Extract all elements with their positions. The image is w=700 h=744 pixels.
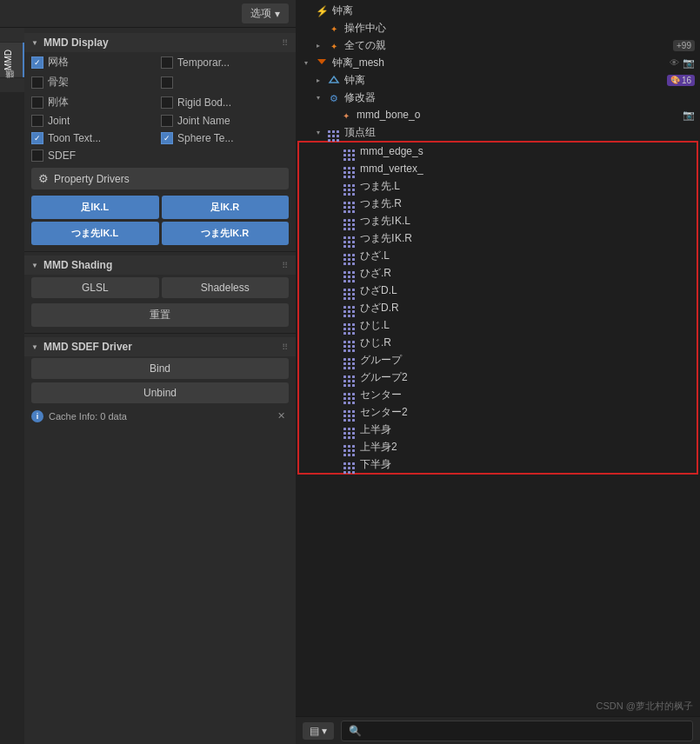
prop-drivers-icon: ⚙ (38, 172, 49, 185)
outliner-item-center2[interactable]: センター2 (299, 403, 697, 421)
tab-mmd[interactable]: MMD (0, 43, 24, 77)
outliner-item-group2[interactable]: グループ2 (299, 369, 697, 386)
bind-button[interactable]: Bind (31, 358, 289, 379)
checkbox-joint-name-label: Joint Name (177, 115, 230, 127)
left-content: 画框 MMD 猫咪 ▼ MMD Display ⠿ 网格 (0, 28, 296, 744)
label-hiji-r: ひじ.R (360, 335, 691, 350)
label-mmd-vertex: mmd_vertex_ (360, 163, 691, 175)
outliner-item-group[interactable]: グループ (299, 351, 697, 369)
filter-button[interactable]: ▤ ▾ (303, 722, 334, 740)
checkbox-joint-name-box[interactable] (161, 115, 173, 127)
toe-ik-r-button[interactable]: つま先ⅠK.R (162, 222, 290, 245)
outliner-item-operation-center[interactable]: ✦ 操作中心 (296, 19, 700, 37)
glsl-button[interactable]: GLSL (31, 277, 159, 298)
outliner-item-modifier-group[interactable]: ▾ ⚙ 修改器 (296, 89, 700, 106)
icon-modifier-group: ⚙ (327, 91, 341, 104)
options-label: 选项 (250, 6, 271, 21)
mmd-sdef-triangle: ▼ (31, 343, 38, 351)
outliner-item-hiza-r[interactable]: ひざ.R (299, 264, 697, 282)
highlight-group: mmd_edge_s mmd_vertex_ つま先.L つま先.R (297, 141, 698, 475)
outliner-item-tsuma-r[interactable]: つま先.R (299, 195, 697, 212)
tri-bell[interactable]: ▸ (313, 75, 323, 85)
outliner-item-hiza-l[interactable]: ひざ.L (299, 247, 697, 264)
outliner-item-mmd-vertex[interactable]: mmd_vertex_ (299, 160, 697, 177)
options-button[interactable]: 选项 ▾ (242, 3, 289, 23)
tab-cats[interactable]: 猫咪 (0, 78, 24, 92)
checkbox-row-5: Toon Text... Sphere Te... (24, 130, 296, 147)
tri-vertex-group-parent[interactable]: ▾ (313, 127, 323, 137)
mmd-shading-header[interactable]: ▼ MMD Shading ⠿ (24, 256, 296, 275)
outliner-item-tsuma-l[interactable]: つま先.L (299, 177, 697, 195)
checkbox-bone[interactable]: 骨架 (31, 75, 159, 90)
checkbox-rigidbody-en[interactable]: Rigid Bod... (161, 95, 289, 110)
outliner-item-center[interactable]: センター (299, 386, 697, 403)
checkbox-temp[interactable]: Temporar... (161, 55, 289, 70)
tab-mmd-label: MMD (3, 50, 13, 70)
checkbox-sphere-box[interactable] (161, 132, 173, 144)
outliner-item-bell-parent[interactable]: ⚡ 钟离 (296, 2, 700, 19)
checkbox-joint-label: Joint (48, 115, 70, 127)
outliner-item-vertex-group-parent[interactable]: ▾ 顶点组 (296, 123, 700, 141)
checkbox-sdef[interactable]: SDEF (31, 149, 159, 162)
outliner-item-mmd-bone-o[interactable]: ✦ mmd_bone_o 📷 (296, 106, 700, 123)
options-chevron-icon: ▾ (275, 8, 280, 20)
checkbox-rigid[interactable] (161, 75, 289, 90)
camera-bell-mesh-parent[interactable]: 📷 (683, 57, 695, 69)
checkbox-rigidbody-label[interactable]: 刚体 (31, 95, 159, 110)
badge-all-parent: +99 (673, 40, 695, 51)
outliner-content: ⚡ 钟离 ✦ 操作中心 ▸ ✦ 全ての親 +99 ▾ 钟离_mesh (296, 0, 700, 716)
checkbox-grid-box[interactable] (31, 56, 43, 69)
cache-close-button[interactable]: ✕ (274, 409, 289, 423)
checkbox-rigidbody-en-box[interactable] (161, 96, 173, 109)
checkbox-row-4: Joint Joint Name (24, 112, 296, 130)
mmd-sdef-header[interactable]: ▼ MMD SDEF Driver ⠿ (24, 337, 296, 356)
outliner-item-mmd-edge[interactable]: mmd_edge_s (299, 143, 697, 160)
outliner-item-bell[interactable]: ▸ 钟离 🎨16 (296, 71, 700, 89)
checkbox-rigidbody-box[interactable] (31, 96, 43, 109)
outliner-item-hiji-r[interactable]: ひじ.R (299, 334, 697, 351)
outliner-item-hiji-l[interactable]: ひじ.L (299, 316, 697, 334)
checkbox-joint[interactable]: Joint (31, 115, 159, 127)
toe-ik-l-button[interactable]: つま先ⅠK.L (31, 222, 159, 245)
foot-ik-r-button[interactable]: 足ⅠK.R (162, 196, 290, 219)
icon-operation-center: ✦ (327, 22, 341, 35)
outliner-item-hiza-dr[interactable]: ひざD.R (299, 299, 697, 316)
outliner-item-upper-body[interactable]: 上半身 (299, 421, 697, 438)
shadeless-button[interactable]: Shadeless (162, 277, 290, 298)
camera-mmd-bone-o[interactable]: 📷 (683, 110, 695, 121)
checkbox-bone-box[interactable] (31, 76, 43, 89)
property-drivers-button[interactable]: ⚙ Property Drivers (31, 168, 289, 189)
eye-bell-mesh-parent[interactable]: 👁 (670, 57, 679, 68)
mmd-display-header[interactable]: ▼ MMD Display ⠿ (24, 33, 296, 52)
reset-button[interactable]: 重置 (31, 303, 289, 327)
svg-marker-1 (330, 76, 338, 83)
outliner-item-upper-body2[interactable]: 上半身2 (299, 438, 697, 455)
mmd-display-triangle: ▼ (31, 39, 38, 47)
unbind-button[interactable]: Unbind (31, 382, 289, 403)
checkbox-sdef-box[interactable] (31, 149, 43, 162)
shading-buttons: GLSL Shadeless (24, 275, 296, 301)
tri-all-parent[interactable]: ▸ (313, 40, 323, 50)
tri-bell-mesh-parent[interactable]: ▾ (301, 57, 311, 68)
outliner-item-all-parent[interactable]: ▸ ✦ 全ての親 +99 (296, 37, 700, 54)
checkbox-toon[interactable]: Toon Text... (31, 132, 159, 144)
checkbox-sphere[interactable]: Sphere Te... (161, 132, 289, 144)
checkbox-joint-name[interactable]: Joint Name (161, 115, 289, 127)
tab-draw[interactable]: 画框 (0, 28, 24, 42)
checkbox-rigid-box[interactable] (161, 76, 173, 89)
checkbox-toon-box[interactable] (31, 132, 43, 144)
checkbox-sdef-label: SDEF (48, 149, 76, 162)
outliner-item-lower-body[interactable]: 下半身 (299, 455, 697, 473)
outliner-item-tsuma-ik-l[interactable]: つま先ⅠK.L (299, 212, 697, 229)
label-group2: グループ2 (360, 370, 691, 385)
checkbox-temp-box[interactable] (161, 56, 173, 69)
filter-chevron-icon: ▾ (322, 725, 327, 737)
checkbox-grid[interactable]: 网格 (31, 55, 159, 70)
outliner-item-bell-mesh-parent[interactable]: ▾ 钟离_mesh 👁 📷 (296, 54, 700, 71)
checkbox-joint-box[interactable] (31, 115, 43, 127)
outliner-item-tsuma-ik-r[interactable]: つま先ⅠK.R (299, 229, 697, 247)
outliner-item-hiza-dl[interactable]: ひざD.L (299, 282, 697, 299)
tri-modifier-group[interactable]: ▾ (313, 92, 323, 103)
foot-ik-l-button[interactable]: 足ⅠK.L (31, 196, 159, 219)
search-box[interactable]: 🔍 (341, 721, 693, 741)
